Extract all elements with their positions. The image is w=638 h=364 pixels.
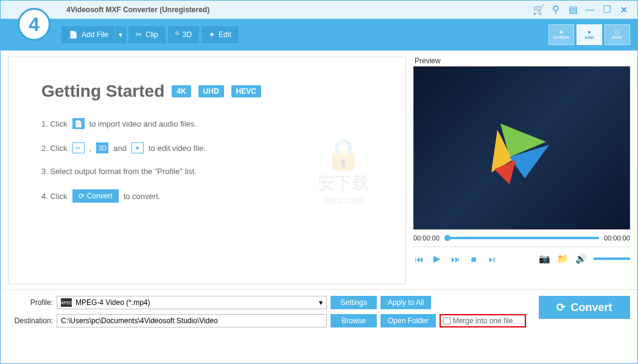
- preview-label: Preview: [413, 57, 630, 65]
- intel-badge: ●intel: [577, 24, 602, 45]
- main-content: Getting Started 4K UHD HEVC 1. Click 📄 t…: [8, 57, 406, 284]
- next-button[interactable]: ⏭: [450, 254, 461, 264]
- minimize-icon[interactable]: —: [584, 4, 596, 16]
- add-file-dropdown[interactable]: ▾: [114, 26, 126, 43]
- refresh-icon: ⟳: [556, 301, 566, 314]
- edit-button[interactable]: ✦Edit: [202, 26, 239, 43]
- open-folder-button[interactable]: Open Folder: [380, 314, 436, 327]
- getting-started-title: Getting Started: [41, 82, 164, 101]
- convert-button[interactable]: ⟳ Convert: [539, 296, 630, 319]
- volume-icon[interactable]: 🔊: [575, 253, 586, 264]
- preview-logo: [479, 105, 564, 191]
- close-icon[interactable]: ✕: [618, 4, 630, 16]
- destination-input[interactable]: C:\Users\pc\Documents\4Videosoft Studio\…: [57, 314, 327, 327]
- step-2: 2. Click ✂ , 3D and ✦ to edit video file…: [41, 142, 387, 153]
- app-logo: 4: [18, 8, 51, 41]
- snapshot-button[interactable]: 📷: [539, 253, 550, 264]
- edit-step-icon: ✦: [131, 142, 144, 153]
- folder-button[interactable]: 📁: [557, 253, 568, 264]
- window-title: 4Videosoft MXF Converter (Unregistered): [66, 5, 209, 14]
- merge-label: Merge into one file: [453, 317, 513, 325]
- stop-button[interactable]: ■: [468, 254, 479, 264]
- time-slider-row: 00:00:00 00:00:00: [413, 229, 630, 247]
- volume-slider[interactable]: [594, 257, 630, 260]
- cart-icon[interactable]: 🛒: [533, 4, 545, 16]
- progress-slider[interactable]: [444, 237, 599, 239]
- titlebar: 4Videosoft MXF Converter (Unregistered) …: [1, 1, 637, 19]
- badge-4k: 4K: [172, 85, 191, 97]
- menu-icon[interactable]: ▤: [567, 4, 579, 16]
- 3d-icon: ᴳ: [175, 30, 179, 39]
- step-1: 1. Click 📄 to import video and audio fil…: [41, 118, 387, 129]
- settings-button[interactable]: Settings: [331, 296, 377, 309]
- time-start: 00:00:00: [413, 234, 440, 242]
- profile-dropdown[interactable]: MPEGMPEG-4 Video (*.mp4) ▾: [57, 296, 327, 309]
- toolbar: 4 📄Add File ▾ ✂Clip ᴳ3D ✦Edit ◈NVIDIA ●i…: [1, 19, 637, 51]
- chevron-down-icon: ▾: [319, 298, 323, 307]
- amd-badge: ▢AMD: [605, 24, 630, 45]
- merge-checkbox[interactable]: [443, 317, 450, 324]
- merge-checkbox-group[interactable]: Merge into one file: [440, 314, 527, 327]
- apply-all-button[interactable]: Apply to All: [380, 296, 431, 309]
- badge-uhd: UHD: [198, 85, 224, 97]
- scissors-icon: ✂: [136, 30, 142, 39]
- edit-icon: ✦: [209, 30, 215, 39]
- step-3: 3. Select output format from the "Profil…: [41, 167, 387, 176]
- nvidia-badge: ◈NVIDIA: [549, 24, 574, 45]
- profile-label: Profile:: [8, 298, 53, 307]
- import-icon: 📄: [72, 118, 85, 129]
- 3d-step-icon: 3D: [96, 142, 108, 153]
- mpeg-icon: MPEG: [61, 298, 72, 307]
- 3d-button[interactable]: ᴳ3D: [168, 26, 199, 43]
- prev-button[interactable]: ⏮: [413, 254, 424, 264]
- clip-step-icon: ✂: [72, 142, 85, 153]
- step-4: 4. Click ⟳ Convert to convert.: [41, 189, 387, 203]
- clip-button[interactable]: ✂Clip: [128, 26, 166, 43]
- step-button[interactable]: ⏯: [486, 254, 497, 264]
- add-file-button[interactable]: 📄Add File ▾: [61, 26, 126, 43]
- destination-label: Destination:: [8, 317, 53, 325]
- play-button[interactable]: ▶: [432, 253, 443, 264]
- browse-button[interactable]: Browse: [331, 314, 377, 327]
- convert-mini-button: ⟳ Convert: [72, 189, 119, 203]
- time-end: 00:00:00: [604, 234, 630, 242]
- maximize-icon[interactable]: ☐: [601, 4, 613, 16]
- badge-hevc: HEVC: [231, 85, 261, 97]
- key-icon[interactable]: ⚲: [550, 4, 562, 16]
- add-file-icon: 📄: [69, 30, 78, 39]
- preview-area: [413, 66, 630, 229]
